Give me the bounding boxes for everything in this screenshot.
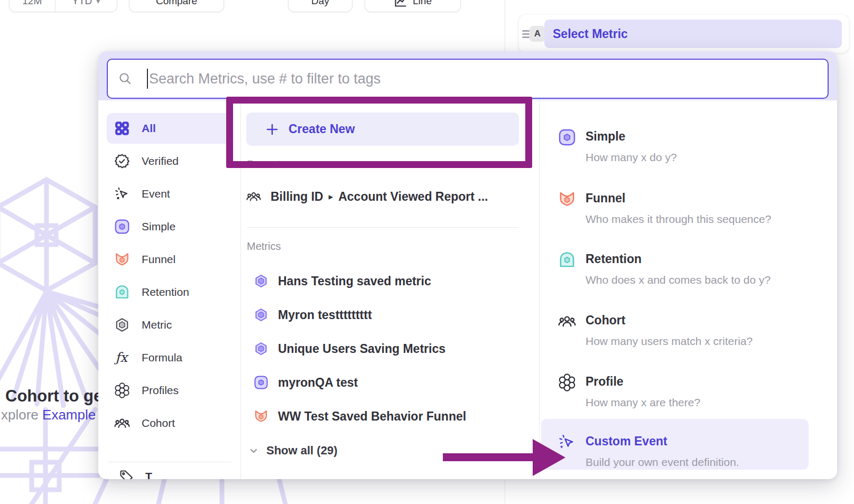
- search-input[interactable]: [107, 59, 829, 99]
- metric-slot-card: A Select Metric: [519, 15, 849, 53]
- drag-handle-icon[interactable]: [522, 30, 530, 38]
- type-item-cohort[interactable]: Cohort How many users match x criteria?: [539, 312, 824, 354]
- funnel-icon: [114, 251, 130, 267]
- range-12m-button[interactable]: 12M: [10, 0, 55, 12]
- example-link[interactable]: Example: [42, 407, 96, 423]
- saved-metric-hexagon-icon: [254, 341, 268, 356]
- event-cursor-icon: [114, 186, 130, 202]
- profiles-cluster-icon: [558, 374, 576, 391]
- chevron-down-icon: ▾: [96, 0, 100, 5]
- search-icon: [118, 72, 132, 86]
- sidebar-item-formula[interactable]: ƒx Formula: [98, 342, 240, 373]
- sidebar-item-simple[interactable]: Simple: [98, 211, 240, 242]
- saved-metric-hexagon-icon: [254, 274, 268, 288]
- background-explore-line: xplore Example R: [1, 407, 109, 423]
- type-item-simple[interactable]: Simple How many x do y?: [539, 128, 824, 171]
- sidebar-item-cohort[interactable]: Cohort: [98, 408, 240, 438]
- funnel-icon: [558, 190, 576, 208]
- sidebar-item-event[interactable]: Event: [98, 179, 240, 209]
- metrics-label: Metrics: [247, 240, 281, 253]
- app-root: Cohort to ge xplore Example R 12M YTD ▾ …: [0, 0, 854, 504]
- type-item-retention[interactable]: Retention Who does x and comes back to d…: [539, 251, 824, 293]
- select-metric-pill[interactable]: Select Metric: [544, 20, 842, 48]
- chart-type-line-button[interactable]: Line: [365, 0, 461, 12]
- profiles-cluster-icon: [114, 382, 130, 398]
- explore-text: xplore: [1, 407, 42, 423]
- sidebar-item-tags-partial[interactable]: T: [119, 469, 152, 479]
- verified-badge-icon: [114, 153, 130, 169]
- tag-icon: [119, 469, 134, 479]
- simple-metric-icon: [558, 128, 576, 146]
- type-item-funnel[interactable]: Funnel Who makes it through this sequenc…: [539, 190, 824, 232]
- svg-text:ƒx: ƒx: [114, 350, 129, 365]
- retention-icon: [114, 284, 130, 300]
- sidebar-section-divider: [108, 462, 231, 462]
- sidebar-item-verified[interactable]: Verified: [98, 146, 240, 176]
- background-headline: Cohort to ge: [5, 387, 103, 406]
- recent-item-billing[interactable]: Billing ID ▸ Account Viewed Report ...: [239, 183, 514, 210]
- formula-fx-icon: ƒx: [114, 350, 130, 366]
- caret-right-icon: ▸: [329, 191, 333, 202]
- chevron-down-icon: [248, 445, 259, 456]
- type-item-profile[interactable]: Profile How many x are there?: [539, 374, 824, 416]
- recents-metrics-divider: [247, 227, 519, 228]
- metric-list-item[interactable]: Myron testtttttttt: [246, 302, 521, 328]
- grid-icon: [114, 120, 130, 136]
- compare-button[interactable]: Compare: [129, 0, 224, 12]
- text-cursor: [147, 69, 148, 89]
- sidebar-item-all[interactable]: All: [107, 113, 232, 144]
- metric-list-item[interactable]: myronQA test: [246, 369, 521, 396]
- sidebar-item-funnel[interactable]: Funnel: [98, 244, 240, 275]
- metric-letter-badge[interactable]: A: [530, 26, 545, 42]
- metric-hexagon-icon: [114, 317, 130, 333]
- line-chart-icon: [394, 0, 407, 8]
- sidebar-item-metric[interactable]: Metric: [98, 310, 240, 340]
- saved-metric-hexagon-icon: [254, 307, 268, 322]
- metric-list-item[interactable]: Unique Users Saving Metrics: [246, 335, 521, 362]
- date-range-group: 12M YTD ▾: [9, 0, 117, 12]
- cohort-people-icon: [114, 415, 130, 431]
- granularity-day-button[interactable]: Day: [288, 0, 352, 12]
- metric-list-item[interactable]: WW Test Saved Behavior Funnel: [246, 403, 521, 430]
- sidebar-item-retention[interactable]: Retention: [98, 277, 240, 307]
- retention-icon: [558, 251, 576, 269]
- cohort-people-icon: [558, 312, 576, 330]
- annotation-arrow-head: [533, 439, 565, 476]
- simple-metric-icon: [114, 219, 130, 235]
- sidebar-item-profiles[interactable]: Profiles: [98, 375, 240, 406]
- funnel-icon: [254, 409, 268, 424]
- show-all-toggle[interactable]: Show all (29): [248, 440, 337, 462]
- annotation-box-create-new: [226, 97, 532, 168]
- simple-metric-icon: [254, 375, 268, 390]
- type-item-custom-event[interactable]: Custom Event Build your own event defini…: [539, 433, 824, 475]
- cohort-people-icon: [246, 189, 261, 204]
- annotation-arrow-shaft: [443, 453, 534, 461]
- metric-list-item[interactable]: Hans Testing saved metric: [246, 268, 521, 294]
- range-ytd-button[interactable]: YTD ▾: [55, 0, 117, 12]
